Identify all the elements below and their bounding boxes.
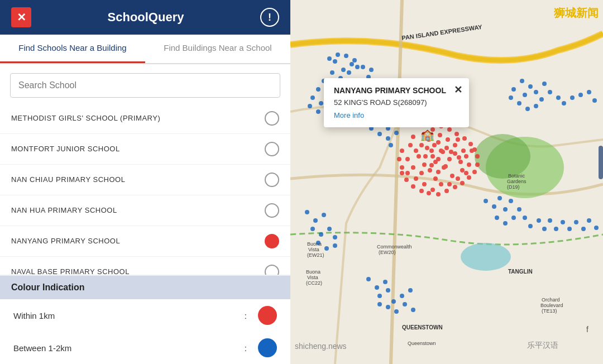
svg-point-91 [310, 95, 315, 100]
svg-point-109 [520, 79, 524, 83]
svg-point-103 [361, 65, 365, 69]
svg-point-46 [411, 135, 415, 139]
svg-point-115 [539, 97, 544, 102]
radio-circle[interactable] [265, 111, 279, 126]
map-popup: ✕ NANYANG PRIMARY SCHOOL 52 KING'S ROAD … [324, 78, 469, 127]
svg-text:(D19): (D19) [507, 184, 520, 190]
svg-point-139 [377, 294, 382, 298]
svg-text:TANGLIN: TANGLIN [508, 269, 533, 275]
svg-point-2 [475, 134, 530, 179]
svg-point-65 [411, 184, 415, 189]
svg-point-21 [414, 149, 418, 153]
svg-point-117 [525, 107, 530, 111]
list-item-nanyang[interactable]: NANYANG PRIMARY SCHOOL [0, 226, 290, 257]
svg-point-70 [443, 164, 448, 169]
svg-point-17 [444, 146, 449, 150]
svg-point-121 [562, 101, 566, 106]
radio-circle[interactable] [265, 265, 279, 275]
svg-point-156 [386, 136, 390, 141]
svg-point-160 [492, 204, 496, 209]
list-item[interactable]: NAVAL BASE PRIMARY SCHOOL [0, 257, 290, 275]
svg-point-112 [534, 90, 538, 94]
svg-point-175 [567, 227, 572, 231]
svg-point-104 [352, 58, 357, 63]
left-panel: ✕ SchoolQuery ! Find Schools Near a Buil… [0, 0, 290, 364]
svg-point-178 [587, 218, 591, 223]
colour-dot-blue [258, 338, 277, 357]
svg-point-14 [422, 162, 427, 167]
svg-point-148 [377, 302, 382, 306]
map-panel[interactable]: PAN ISLAND EXPRESSWAY Botanic Gardens (D… [290, 0, 603, 364]
map-background: PAN ISLAND EXPRESSWAY Botanic Gardens (D… [290, 0, 603, 364]
svg-point-33 [456, 137, 460, 142]
svg-point-135 [333, 243, 337, 248]
svg-point-124 [587, 90, 591, 94]
list-item[interactable]: NAN CHIAU PRIMARY SCHOOL [0, 165, 290, 195]
svg-point-54 [472, 147, 477, 152]
svg-point-31 [464, 154, 468, 159]
watermark-top-right: 狮城新闻 [554, 6, 599, 21]
svg-point-106 [336, 52, 340, 57]
radio-circle[interactable] [265, 142, 279, 156]
svg-point-79 [341, 68, 346, 72]
panel-title: SchoolQuery [31, 10, 260, 25]
svg-point-40 [422, 182, 427, 186]
svg-text:Gardens: Gardens [507, 179, 527, 184]
svg-point-171 [542, 227, 547, 231]
svg-text:Buona: Buona [306, 269, 320, 275]
close-button[interactable]: ✕ [11, 7, 31, 27]
svg-point-165 [503, 221, 508, 226]
svg-point-147 [386, 305, 390, 309]
svg-point-37 [456, 176, 460, 181]
colour-section: Colour Indication Within 1km : Between 1… [0, 275, 290, 364]
svg-text:(EW20): (EW20) [379, 250, 396, 255]
svg-point-42 [400, 165, 404, 170]
svg-point-22 [405, 157, 410, 161]
tab-find-schools[interactable]: Find Schools Near a Building [0, 35, 145, 63]
search-input[interactable] [10, 73, 280, 98]
svg-point-116 [534, 104, 538, 108]
svg-point-43 [397, 157, 401, 161]
radio-circle-selected[interactable] [265, 234, 279, 248]
svg-point-52 [462, 136, 467, 141]
svg-point-73 [423, 154, 428, 159]
svg-point-134 [324, 246, 329, 251]
svg-point-76 [449, 150, 453, 154]
svg-point-84 [355, 65, 360, 69]
svg-point-3 [461, 243, 511, 271]
svg-point-12 [450, 174, 454, 178]
list-item[interactable]: METHODIST GIRLS' SCHOOL (PRIMARY) [0, 103, 290, 134]
svg-point-120 [556, 95, 561, 100]
colour-header: Colour Indication [0, 276, 290, 299]
svg-point-105 [344, 54, 348, 58]
colour-item-1km: Within 1km : [0, 299, 290, 332]
watermark-bottom-left: shicheng.news [295, 342, 347, 351]
svg-point-8 [419, 171, 424, 175]
svg-point-29 [460, 168, 465, 173]
svg-point-19 [458, 160, 463, 164]
popup-close-button[interactable]: ✕ [454, 84, 462, 96]
svg-point-131 [327, 227, 332, 231]
svg-point-140 [386, 288, 390, 293]
svg-point-108 [511, 87, 516, 92]
radio-circle[interactable] [265, 203, 279, 218]
svg-point-24 [419, 143, 424, 147]
svg-point-72 [429, 149, 434, 153]
svg-point-177 [581, 227, 586, 231]
svg-point-20 [461, 149, 466, 153]
svg-point-132 [333, 235, 337, 240]
list-item[interactable]: MONTFORT JUNIOR SCHOOL [0, 134, 290, 165]
list-item[interactable]: NAN HUA PRIMARY SCHOOL [0, 195, 290, 226]
svg-point-137 [375, 285, 379, 290]
popup-more-info-link[interactable]: More info [334, 111, 459, 119]
svg-point-10 [447, 157, 452, 161]
radio-circle[interactable] [265, 173, 279, 187]
svg-point-28 [453, 143, 457, 147]
info-button[interactable]: ! [260, 8, 279, 27]
svg-point-114 [548, 90, 552, 94]
svg-point-57 [472, 170, 477, 174]
svg-point-59 [460, 181, 465, 185]
tab-find-buildings[interactable]: Find Buildings Near a School [145, 35, 290, 63]
svg-point-142 [400, 294, 404, 298]
tab-bar: Find Schools Near a Building Find Buildi… [0, 35, 290, 64]
